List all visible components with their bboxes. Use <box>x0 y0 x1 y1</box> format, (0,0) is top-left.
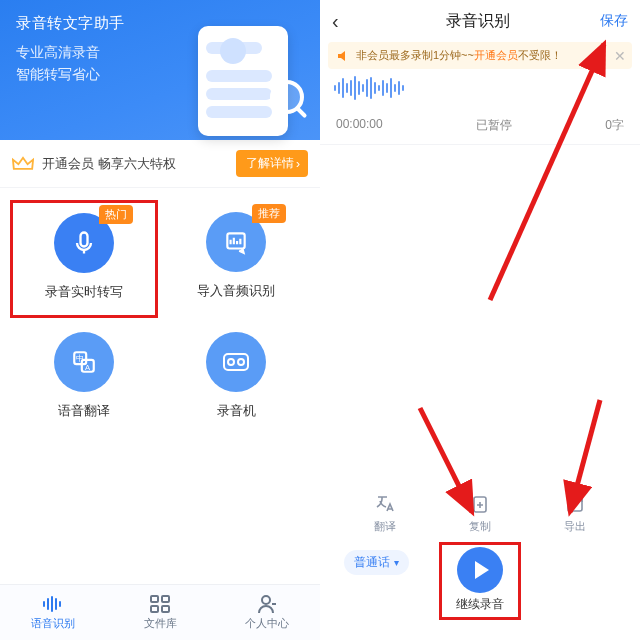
svg-rect-15 <box>162 596 169 602</box>
play-icon <box>457 547 503 593</box>
action-copy[interactable]: 复制 <box>467 491 493 534</box>
feature-import-audio[interactable]: 推荐 导入音频识别 <box>162 200 310 318</box>
language-select[interactable]: 普通话▾ <box>344 550 409 575</box>
recording-screen: ‹ 录音识别 保存 非会员最多录制1分钟~~ 开通会员 不受限！ ✕ 00:00… <box>320 0 640 640</box>
action-translate[interactable]: 翻译 <box>372 491 398 534</box>
bottom-controls: 普通话▾ 继续录音 <box>320 536 640 628</box>
member-notice[interactable]: 非会员最多录制1分钟~~ 开通会员 不受限！ ✕ <box>328 42 632 69</box>
feature-label: 语音翻译 <box>58 402 110 420</box>
svg-point-8 <box>238 359 244 365</box>
feature-label: 录音实时转写 <box>45 283 123 301</box>
feature-label: 录音机 <box>217 402 256 420</box>
horn-icon <box>336 49 350 63</box>
home-screen: 录音转文字助手 专业高清录音 智能转写省心 开通会员 畅享六大特权 <box>0 0 320 640</box>
hot-badge: 热门 <box>99 205 133 224</box>
svg-rect-0 <box>81 233 88 247</box>
banner-illustration <box>168 30 308 130</box>
tab-file-library[interactable]: 文件库 <box>107 585 214 640</box>
transcript-area[interactable] <box>320 145 640 485</box>
export-icon <box>562 491 588 517</box>
svg-point-18 <box>262 596 270 604</box>
wave-icon <box>41 594 65 614</box>
word-count: 0字 <box>605 117 624 134</box>
chevron-down-icon: ▾ <box>394 557 399 568</box>
svg-rect-16 <box>151 606 158 612</box>
svg-text:A: A <box>85 363 91 372</box>
continue-record-button[interactable]: 继续录音 <box>439 542 521 620</box>
back-button[interactable]: ‹ <box>332 10 356 33</box>
svg-rect-17 <box>162 606 169 612</box>
recorder-icon <box>206 332 266 392</box>
user-icon <box>255 594 279 614</box>
recommend-badge: 推荐 <box>252 204 286 223</box>
svg-text:中: 中 <box>76 354 84 363</box>
vip-text: 开通会员 畅享六大特权 <box>42 155 236 173</box>
translate-icon <box>372 491 398 517</box>
hero-banner: 录音转文字助手 专业高清录音 智能转写省心 <box>0 0 320 140</box>
action-row: 翻译 复制 导出 <box>320 485 640 536</box>
svg-point-7 <box>228 359 234 365</box>
vip-bar[interactable]: 开通会员 畅享六大特权 了解详情› <box>0 140 320 188</box>
crown-icon <box>12 156 34 172</box>
feature-label: 导入音频识别 <box>197 282 275 300</box>
feature-realtime-transcribe[interactable]: 热门 录音实时转写 <box>10 200 158 318</box>
waveform <box>320 69 640 113</box>
svg-rect-14 <box>151 596 158 602</box>
save-button[interactable]: 保存 <box>600 12 628 30</box>
elapsed-time: 00:00:00 <box>336 117 383 134</box>
chevron-right-icon: › <box>296 157 300 171</box>
feature-recorder[interactable]: 录音机 <box>162 320 310 436</box>
vip-details-button[interactable]: 了解详情› <box>236 150 308 177</box>
close-icon[interactable]: ✕ <box>614 48 626 64</box>
status-text: 已暂停 <box>476 117 512 134</box>
action-export[interactable]: 导出 <box>562 491 588 534</box>
magnifier-icon <box>270 80 304 114</box>
feature-voice-translate[interactable]: 中A 语音翻译 <box>10 320 158 436</box>
copy-icon <box>467 491 493 517</box>
grid-icon <box>148 594 172 614</box>
open-member-link[interactable]: 开通会员 <box>474 48 518 63</box>
meta-row: 00:00:00 已暂停 0字 <box>320 113 640 145</box>
page-title: 录音识别 <box>356 11 600 32</box>
tab-voice-recognition[interactable]: 语音识别 <box>0 585 107 640</box>
bottom-tabbar: 语音识别 文件库 个人中心 <box>0 584 320 640</box>
tab-profile[interactable]: 个人中心 <box>213 585 320 640</box>
translate-icon: 中A <box>54 332 114 392</box>
navbar: ‹ 录音识别 保存 <box>320 0 640 42</box>
feature-grid: 热门 录音实时转写 推荐 导入音频识别 中A 语音翻译 <box>0 188 320 436</box>
